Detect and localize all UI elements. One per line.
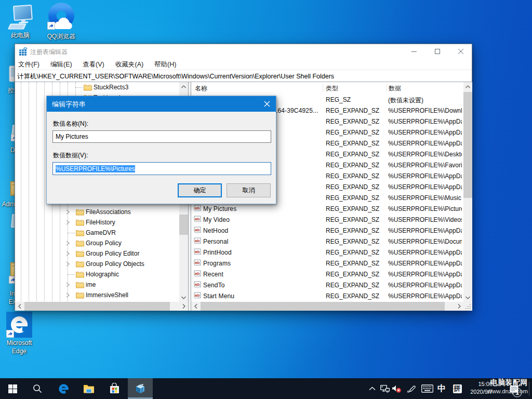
scroll-right-icon (182, 304, 185, 309)
value-data-input[interactable]: %USERPROFILE%\Pictures (52, 162, 271, 175)
taskbar-store-button[interactable] (103, 378, 126, 399)
value-name: Start Menu (203, 292, 326, 300)
value-data: %USERPROFILE%\AppData\Roaming\Microsoft\… (388, 249, 462, 256)
edge-icon (58, 383, 70, 395)
value-row-16[interactable]: RecentREG_EXPAND_SZ%USERPROFILE%\AppData… (191, 269, 472, 280)
column-separator[interactable] (323, 84, 323, 92)
column-header-type[interactable]: 类型 (326, 84, 338, 93)
scroll-up-button[interactable] (463, 82, 472, 91)
tree-item-group-policy[interactable]: Group Policy (15, 238, 188, 248)
value-row-18[interactable]: Start MenuREG_EXPAND_SZ%USERPROFILE%\App… (191, 291, 472, 302)
regedit-addressbar[interactable]: 计算机\HKEY_CURRENT_USER\SOFTWARE\Microsoft… (15, 70, 472, 82)
menu-file[interactable]: 文件(F) (18, 60, 39, 69)
scroll-down-button[interactable] (179, 293, 188, 302)
value-data: %USERPROFILE%\AppData\Roaming\Microsoft\… (388, 260, 462, 267)
tree-item-group-policy-objects[interactable]: Group Policy Objects (15, 259, 188, 269)
taskbar-explorer-button[interactable] (77, 378, 100, 399)
value-row-10[interactable]: My PicturesREG_EXPAND_SZ%USERPROFILE%\Pi… (191, 204, 472, 215)
taskbar-regedit-button[interactable] (128, 378, 153, 399)
desktop-icon-edge[interactable]: Microsoft Edge (6, 312, 34, 357)
scroll-right-button[interactable] (455, 302, 463, 311)
minimize-button[interactable] (402, 44, 425, 59)
value-row-17[interactable]: SendToREG_EXPAND_SZ%USERPROFILE%\AppData… (191, 280, 472, 291)
list-vscrollbar[interactable] (463, 82, 472, 302)
value-type: REG_SZ (326, 96, 351, 103)
regedit-titlebar[interactable]: 注册表编辑器 (15, 44, 472, 59)
tree-item-group-policy-editor[interactable]: Group Policy Editor (15, 248, 188, 259)
expand-chevron-icon[interactable] (65, 261, 70, 267)
column-header-name[interactable]: 名称 (195, 84, 207, 93)
dialog-titlebar[interactable]: 编辑字符串 (47, 96, 276, 112)
value-name: Recent (203, 271, 326, 278)
scroll-left-button[interactable] (15, 302, 24, 311)
value-row-15[interactable]: ProgramsREG_EXPAND_SZ%USERPROFILE%\AppDa… (191, 258, 472, 269)
tray-ime-mode[interactable]: 中 (436, 378, 447, 399)
cancel-button[interactable]: 取消 (227, 183, 271, 197)
column-header-data[interactable]: 数据 (389, 84, 401, 93)
menu-edit[interactable]: 编辑(E) (50, 60, 72, 69)
folder-icon (76, 208, 84, 216)
search-button[interactable] (26, 378, 49, 399)
windows-start-icon (8, 384, 17, 393)
menu-favorites[interactable]: 收藏夹(A) (115, 60, 143, 69)
value-name-input[interactable]: My Pictures (52, 130, 271, 143)
value-name: PrintHood (203, 249, 326, 256)
value-row-11[interactable]: My VideoREG_EXPAND_SZ%USERPROFILE%\Video… (191, 215, 472, 225)
close-button[interactable] (449, 44, 473, 59)
start-button[interactable] (1, 378, 24, 399)
tray-volume-button[interactable] (391, 378, 402, 399)
resize-grip[interactable] (463, 302, 472, 311)
value-row-14[interactable]: PrintHoodREG_EXPAND_SZ%USERPROFILE%\AppD… (191, 247, 472, 258)
list-hscroll-thumb[interactable] (201, 302, 445, 311)
maximize-button[interactable] (425, 44, 449, 59)
edit-string-dialog: 编辑字符串 数值名称(N): My Pictures 数值数据(V): %USE… (46, 96, 276, 204)
list-hscrollbar[interactable] (191, 302, 463, 311)
expand-chevron-icon[interactable] (65, 209, 70, 215)
tree-item-label: GameDVR (86, 229, 116, 236)
scroll-up-button[interactable] (179, 82, 188, 91)
tree-item-fileassociations[interactable]: FileAssociations (15, 207, 188, 217)
tree-item-gamedvr[interactable]: GameDVR (15, 228, 188, 238)
tree-hscrollbar[interactable] (15, 302, 188, 311)
value-row-13[interactable]: PersonalREG_EXPAND_SZ%USERPROFILE%\Docum… (191, 236, 472, 247)
tree-hscroll-thumb[interactable] (24, 302, 170, 311)
desktop-icon-qq-browser[interactable]: QQ浏览器 (47, 2, 76, 41)
tree-vscroll-thumb[interactable] (179, 215, 188, 235)
tree-item-immersiveshell[interactable]: ImmersiveShell (15, 290, 188, 300)
value-type: REG_EXPAND_SZ (326, 205, 379, 212)
expand-chevron-icon[interactable] (65, 220, 70, 225)
scroll-down-button[interactable] (463, 293, 472, 302)
tree-item-filehistory[interactable]: FileHistory (15, 217, 188, 228)
dialog-close-button[interactable] (258, 96, 276, 112)
tree-item-holographic[interactable]: Holographic (15, 269, 188, 280)
scroll-right-button[interactable] (179, 302, 188, 311)
tray-clock[interactable]: 15:00 2020/9/7 (470, 380, 493, 396)
column-separator[interactable] (387, 84, 387, 92)
value-type: REG_EXPAND_SZ (326, 238, 379, 245)
tree-connector-line (75, 87, 83, 88)
expand-chevron-icon[interactable] (65, 292, 70, 298)
tray-network-button[interactable] (379, 378, 390, 399)
taskbar-edge-button[interactable] (52, 378, 75, 399)
tree-item-ime[interactable]: ime (15, 280, 188, 290)
ok-button[interactable]: 确定 (178, 183, 222, 197)
expand-chevron-icon[interactable] (65, 251, 70, 256)
scroll-left-button[interactable] (191, 302, 200, 311)
tree-item-label: FileHistory (86, 219, 115, 226)
expand-chevron-icon[interactable] (65, 282, 70, 287)
tray-pen-button[interactable] (406, 378, 417, 399)
value-data: %USERPROFILE%\AppData\Roaming\Microsoft\… (388, 271, 462, 278)
menu-view[interactable]: 查看(V) (83, 60, 104, 69)
list-vscroll-thumb[interactable] (463, 92, 472, 198)
menu-help[interactable]: 帮助(H) (154, 60, 176, 69)
tray-hidden-icons-button[interactable] (367, 378, 377, 399)
expand-chevron-icon[interactable] (65, 241, 70, 246)
value-type: REG_EXPAND_SZ (326, 227, 379, 234)
value-row-12[interactable]: NetHoodREG_EXPAND_SZ%USERPROFILE%\AppDat… (191, 225, 472, 236)
folder-icon (76, 260, 84, 268)
tree-item-stuckrects3[interactable]: StuckRects3 (15, 82, 188, 92)
tray-ime-shape[interactable]: 拼 (451, 378, 463, 399)
show-desktop-separator[interactable] (529, 382, 529, 396)
desktop-icon-this-pc[interactable]: 此电脑 (8, 4, 33, 41)
tray-keyboard-button[interactable] (420, 378, 434, 399)
